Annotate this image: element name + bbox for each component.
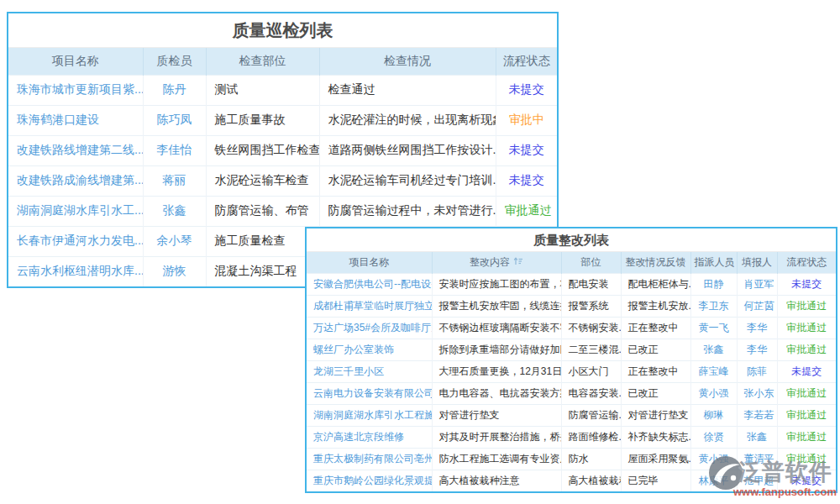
part-cell: 防腐管运输、布管: [206, 196, 319, 226]
column-header-situation: 检查情况: [319, 48, 496, 75]
feedback-cell: 已改正: [621, 382, 690, 404]
status-cell: 审批通过: [496, 196, 557, 226]
part-cell: 水泥砼运输车检查: [206, 165, 319, 196]
rectification-table-body: 安徽合肥供电公司--配电设备...安装时应按施工图的布置，将...配电安装配电柜…: [307, 273, 836, 491]
table-row: 珠海市城市更新项目紫...陈丹测试检查通过未提交: [8, 75, 557, 105]
assignee-cell[interactable]: 柳琳: [690, 404, 737, 426]
table-row: 万达广场35#会所及咖啡厅空...不锈钢边框玻璃隔断安装不牢...不锈钢安装..…: [307, 317, 836, 339]
column-header-content-label: 整改内容: [470, 256, 510, 268]
project-cell[interactable]: 珠海市城市更新项目紫...: [8, 75, 143, 105]
table-row: 京沪高速北京段维修对其及时开展整治措施，桥头...路面维修检...补齐缺失标志.…: [307, 426, 836, 448]
column-header-part: 检查部位: [206, 48, 319, 75]
status-cell: 未提交: [777, 273, 836, 295]
assignee-cell[interactable]: 薛宝峰: [690, 360, 737, 382]
content-cell: 对其及时开展整治措施，桥头...: [432, 426, 561, 448]
project-cell[interactable]: 改建铁路成渝线增建第...: [8, 165, 143, 196]
assignee-cell[interactable]: 黄小强: [690, 382, 737, 404]
situation-cell: 水泥砼运输车司机经过专门培训...: [319, 165, 496, 196]
reporter-cell[interactable]: 张小东: [737, 382, 777, 404]
project-cell[interactable]: 重庆太极制药有限公司亳州中...: [307, 448, 432, 470]
inspection-list-title: 质量巡检列表: [8, 13, 557, 48]
table-row: 螺丝厂办公室装饰拆除到承重墙部分请做好加固...二至三楼混...已改正张鑫李华审…: [307, 339, 836, 360]
table-row: 珠海鹤港口建设陈巧凤施工质量事故水泥砼灌注的时候，出现离析现象审批中: [8, 105, 557, 135]
assignee-cell[interactable]: 黄一飞: [690, 317, 737, 339]
part-cell: 路面维修检...: [561, 426, 621, 448]
content-cell: 大理石质量更换，12月31日之...: [432, 360, 561, 382]
part-cell: 铁丝网围挡工作检查: [206, 135, 319, 165]
situation-cell: 防腐管运输过程中，未对管进行...: [319, 196, 496, 226]
column-header-content[interactable]: 整改内容: [432, 252, 561, 273]
project-cell[interactable]: 万达广场35#会所及咖啡厅空...: [307, 317, 432, 339]
inspector-cell[interactable]: 李佳怡: [143, 135, 206, 165]
column-header-status: 流程状态: [777, 252, 836, 273]
project-cell[interactable]: 云南电力设备安装有限公司20...: [307, 382, 432, 404]
project-cell[interactable]: 云南水利枢纽潜明水库...: [8, 256, 143, 286]
feedback-cell: 正在整改中: [621, 360, 690, 382]
assignee-cell[interactable]: 林康平: [690, 470, 737, 491]
inspector-cell[interactable]: 张鑫: [143, 196, 206, 226]
project-cell[interactable]: 安徽合肥供电公司--配电设备...: [307, 273, 432, 295]
project-cell[interactable]: 长春市伊通河水力发电...: [8, 226, 143, 256]
part-cell: 高大植被栽种: [561, 470, 621, 491]
reporter-cell[interactable]: 李若若: [737, 404, 777, 426]
part-cell: 测试: [206, 75, 319, 105]
content-cell: 安装时应按施工图的布置，将...: [432, 273, 561, 295]
table-row: 湖南洞庭湖水库引水工...张鑫防腐管运输、布管防腐管运输过程中，未对管进行...…: [8, 196, 557, 226]
status-cell: 未提交: [777, 360, 836, 382]
situation-cell: 检查通过: [319, 75, 496, 105]
feedback-cell: 正在整改中: [621, 317, 690, 339]
assignee-cell[interactable]: 张鑫: [690, 339, 737, 360]
table-row: 改建铁路线增建第二线...李佳怡铁丝网围挡工作检查道路两侧铁丝网围挡工作按设计.…: [8, 135, 557, 165]
assignee-cell[interactable]: 李卫东: [690, 295, 737, 317]
project-cell[interactable]: 京沪高速北京段维修: [307, 426, 432, 448]
project-cell[interactable]: 重庆市鹅岭公园绿化景观提升...: [307, 470, 432, 491]
inspector-cell[interactable]: 陈丹: [143, 75, 206, 105]
reporter-cell[interactable]: 董清平: [737, 448, 777, 470]
part-cell: 施工质量检查: [206, 226, 319, 256]
content-cell: 报警主机安放牢固，线缆连接...: [432, 295, 561, 317]
table-row: 重庆市鹅岭公园绿化景观提升...高大植被栽种注意高大植被栽种已完毕林康平范甲超未…: [307, 470, 836, 491]
project-cell[interactable]: 成都杜甫草堂临时展厅独立展...: [307, 295, 432, 317]
inspector-cell[interactable]: 蒋丽: [143, 165, 206, 196]
assignee-cell[interactable]: 黄小强: [690, 448, 737, 470]
rectification-table: 项目名称 整改内容 部位 整改情况反馈 指派人员 填报人 流程状态 安徽合肥供电…: [307, 252, 836, 491]
project-cell[interactable]: 改建铁路线增建第二线...: [8, 135, 143, 165]
inspector-cell[interactable]: 陈巧凤: [143, 105, 206, 135]
feedback-cell: 屋面采用聚氨...: [621, 448, 690, 470]
part-cell: 小区大门: [561, 360, 621, 382]
table-row: 湖南洞庭湖水库引水工程施工标对管进行垫支防腐管运输...对管进行垫支柳琳李若若审…: [307, 404, 836, 426]
rectification-header-row: 项目名称 整改内容 部位 整改情况反馈 指派人员 填报人 流程状态: [307, 252, 836, 273]
status-cell: 审批通过: [777, 404, 836, 426]
column-header-project: 项目名称: [8, 48, 143, 75]
project-cell[interactable]: 螺丝厂办公室装饰: [307, 339, 432, 360]
table-row: 安徽合肥供电公司--配电设备...安装时应按施工图的布置，将...配电安装配电柜…: [307, 273, 836, 295]
status-cell: 审批通过: [777, 448, 836, 470]
reporter-cell[interactable]: 范甲超: [737, 470, 777, 491]
part-cell: 防水: [561, 448, 621, 470]
inspector-cell[interactable]: 游恢: [143, 256, 206, 286]
status-cell: 未提交: [496, 135, 557, 165]
reporter-cell[interactable]: 何芷茵: [737, 295, 777, 317]
reporter-cell[interactable]: 陈菲: [737, 360, 777, 382]
project-cell[interactable]: 湖南洞庭湖水库引水工程施工标: [307, 404, 432, 426]
column-header-inspector: 质检员: [143, 48, 206, 75]
feedback-cell: 报警主机安放...: [621, 295, 690, 317]
feedback-cell: 对管进行垫支: [621, 404, 690, 426]
reporter-cell[interactable]: 张鑫: [737, 426, 777, 448]
content-cell: 防水工程施工选调有专业资质...: [432, 448, 561, 470]
reporter-cell[interactable]: 肖亚军: [737, 273, 777, 295]
sort-ascending-icon[interactable]: [513, 256, 523, 266]
inspector-cell[interactable]: 余小琴: [143, 226, 206, 256]
column-header-part: 部位: [561, 252, 621, 273]
reporter-cell[interactable]: 李华: [737, 339, 777, 360]
content-cell: 高大植被栽种注意: [432, 470, 561, 491]
assignee-cell[interactable]: 徐贤: [690, 426, 737, 448]
project-cell[interactable]: 湖南洞庭湖水库引水工...: [8, 196, 143, 226]
table-row: 成都杜甫草堂临时展厅独立展...报警主机安放牢固，线缆连接...报警系统报警主机…: [307, 295, 836, 317]
project-cell[interactable]: 龙湖三千里小区: [307, 360, 432, 382]
assignee-cell[interactable]: 田静: [690, 273, 737, 295]
project-cell[interactable]: 珠海鹤港口建设: [8, 105, 143, 135]
reporter-cell[interactable]: 李华: [737, 317, 777, 339]
rectification-list-panel: 质量整改列表 项目名称 整改内容 部位 整改情况反馈 指派人员 填: [305, 227, 837, 493]
column-header-project: 项目名称: [307, 252, 432, 273]
